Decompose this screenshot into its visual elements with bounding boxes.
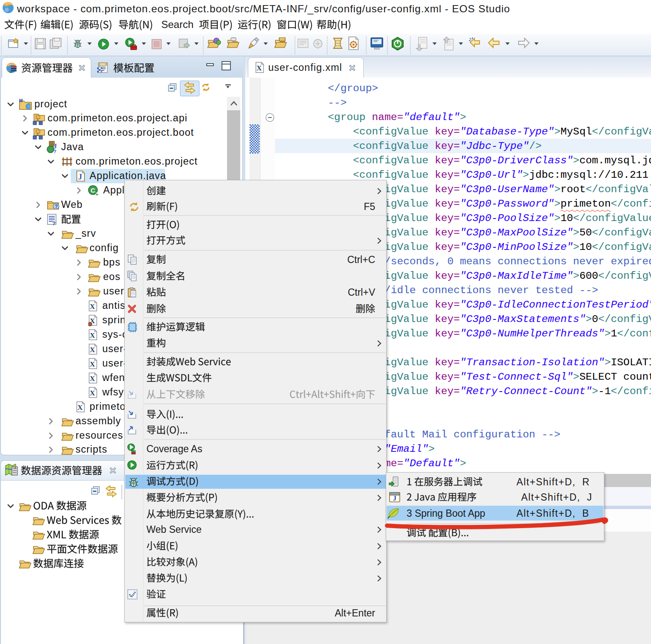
svg-text:X: X	[90, 302, 95, 311]
svg-text:J: J	[78, 172, 82, 181]
svg-text:X: X	[257, 64, 262, 72]
svg-text:C: C	[91, 187, 95, 194]
svg-text:X: X	[90, 389, 95, 397]
svg-text:X: X	[90, 375, 95, 383]
svg-text:?: ?	[55, 204, 58, 210]
svg-text:?: ?	[53, 149, 56, 154]
svg-text:J: J	[393, 495, 396, 502]
svg-text:X: X	[90, 346, 95, 354]
svg-text:X: X	[90, 360, 95, 368]
svg-text:X: X	[78, 403, 83, 412]
svg-text:X: X	[90, 331, 95, 339]
svg-text:M: M	[19, 98, 22, 103]
svg-text:?: ?	[52, 220, 56, 226]
